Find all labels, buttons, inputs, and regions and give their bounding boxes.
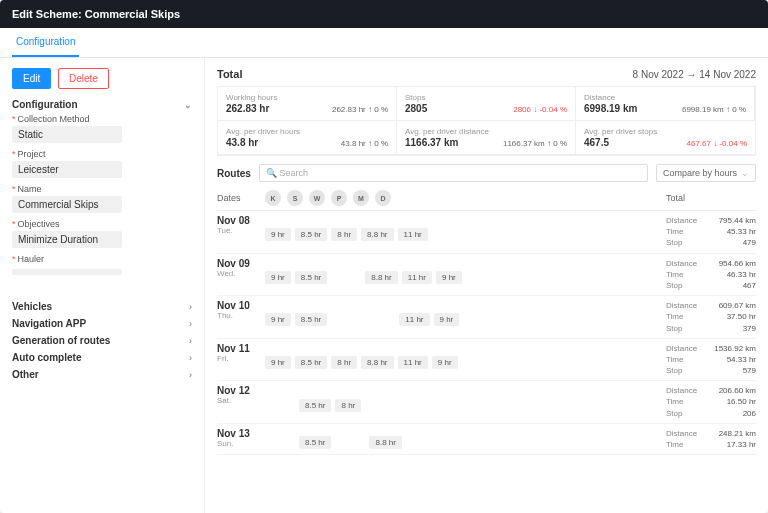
hours-chip[interactable]: 9 hr xyxy=(432,356,458,369)
hours-chip[interactable]: 8.5 hr xyxy=(299,399,331,412)
chevron-right-icon: › xyxy=(189,336,192,346)
date-value: Nov 09 xyxy=(217,258,265,269)
section-other[interactable]: Other › xyxy=(12,369,192,380)
metric-value: 2805 xyxy=(405,103,427,114)
hours-chip[interactable]: 8.5 hr xyxy=(295,313,327,326)
chevron-right-icon: › xyxy=(189,319,192,329)
table-row: Nov 13Sun.8.5 hr8.8 hr Distance248.21 km… xyxy=(217,424,756,455)
date-range: 8 Nov 2022 → 14 Nov 2022 xyxy=(633,69,756,80)
field-name: Name Commercial Skips xyxy=(12,184,192,213)
total-title: Total xyxy=(217,68,242,80)
field-objectives: Objectives Minimize Duration xyxy=(12,219,192,248)
metric-label: Avg. per driver hours xyxy=(226,127,388,136)
hours-chip[interactable]: 9 hr xyxy=(436,271,462,284)
compare-select[interactable]: Compare by hours ⌄ xyxy=(656,164,756,182)
row-totals: Distance206.60 km Time16.50 hr Stop206 xyxy=(666,385,756,419)
metric-card: Avg. per driver hours 43.8 hr 43.8 hr ↑ … xyxy=(218,121,397,155)
date-value: Nov 08 xyxy=(217,215,265,226)
day-of-week: Sat. xyxy=(217,396,265,405)
day-of-week: Sun. xyxy=(217,439,265,448)
metric-card: Working hours 262.83 hr 262.83 hr ↑ 0 % xyxy=(218,87,397,121)
day-of-week: Wed. xyxy=(217,269,265,278)
metric-card: Stops 2805 2806 ↓ -0.04 % xyxy=(397,87,576,121)
col-total: Total xyxy=(666,193,756,203)
metric-value: 467.5 xyxy=(584,137,609,148)
hours-chip[interactable]: 9 hr xyxy=(265,271,291,284)
chevron-right-icon: › xyxy=(189,370,192,380)
routes-table-header: Dates KSWPMD Total xyxy=(217,186,756,211)
table-row: Nov 08Tue.9 hr8.5 hr8 hr8.8 hr11 hr Dist… xyxy=(217,211,756,254)
driver-avatar[interactable]: D xyxy=(375,190,391,206)
hours-chip[interactable]: 8 hr xyxy=(331,356,357,369)
section-generation-of-routes[interactable]: Generation of routes › xyxy=(12,335,192,346)
day-of-week: Thu. xyxy=(217,311,265,320)
page-title: Edit Scheme: Commercial Skips xyxy=(12,8,180,20)
metric-label: Working hours xyxy=(226,93,388,102)
hours-chip[interactable]: 9 hr xyxy=(265,356,291,369)
date-value: Nov 11 xyxy=(217,343,265,354)
metric-card: Avg. per driver distance 1166.37 km 1166… xyxy=(397,121,576,155)
metric-label: Avg. per driver distance xyxy=(405,127,567,136)
hours-chip[interactable]: 11 hr xyxy=(398,356,428,369)
hours-chip[interactable]: 8.8 hr xyxy=(369,436,401,449)
hours-chip[interactable]: 9 hr xyxy=(434,313,460,326)
section-vehicles[interactable]: Vehicles › xyxy=(12,301,192,312)
row-totals: Distance248.21 km Time17.33 hr xyxy=(666,428,756,450)
metric-card: Distance 6998.19 km 6998.19 km ↑ 0 % xyxy=(576,87,755,121)
date-value: Nov 12 xyxy=(217,385,265,396)
table-row: Nov 10Thu.9 hr8.5 hr11 hr9 hr Distance60… xyxy=(217,296,756,339)
hours-chip[interactable]: 8.5 hr xyxy=(295,228,327,241)
day-of-week: Tue. xyxy=(217,226,265,235)
metric-value: 262.83 hr xyxy=(226,103,269,114)
hours-chip[interactable]: 8.5 hr xyxy=(299,436,331,449)
chevron-down-icon: ⌄ xyxy=(184,100,192,110)
hours-chip[interactable]: 8.5 hr xyxy=(295,271,327,284)
driver-avatar[interactable]: K xyxy=(265,190,281,206)
hours-chip[interactable]: 8 hr xyxy=(331,228,357,241)
field-project: Project Leicester xyxy=(12,149,192,178)
driver-avatar[interactable]: P xyxy=(331,190,347,206)
chevron-right-icon: › xyxy=(189,302,192,312)
metric-value: 43.8 hr xyxy=(226,137,258,148)
section-auto-complete[interactable]: Auto complete › xyxy=(12,352,192,363)
edit-button[interactable]: Edit xyxy=(12,68,51,89)
hours-chip[interactable]: 8.5 hr xyxy=(295,356,327,369)
metric-value: 1166.37 km xyxy=(405,137,458,148)
hours-chip[interactable]: 11 hr xyxy=(398,228,428,241)
section-configuration[interactable]: Configuration ⌄ xyxy=(12,99,192,110)
sidebar: Edit Delete Configuration ⌄ Collection M… xyxy=(0,58,205,513)
delete-button[interactable]: Delete xyxy=(58,68,109,89)
section-navigation-app[interactable]: Navigation APP › xyxy=(12,318,192,329)
driver-avatar[interactable]: W xyxy=(309,190,325,206)
chevron-right-icon: › xyxy=(189,353,192,363)
tabs-bar: Configuration xyxy=(0,28,768,58)
hours-chip[interactable]: 11 hr xyxy=(399,313,429,326)
hours-chip[interactable]: 9 hr xyxy=(265,313,291,326)
routes-table-body: Nov 08Tue.9 hr8.5 hr8 hr8.8 hr11 hr Dist… xyxy=(217,211,756,455)
row-totals: Distance609.67 km Time37.50 hr Stop379 xyxy=(666,300,756,334)
hours-chip[interactable]: 8.8 hr xyxy=(365,271,397,284)
hours-chip[interactable]: 8.8 hr xyxy=(361,356,393,369)
metric-label: Avg. per driver stops xyxy=(584,127,747,136)
field-collection-method: Collection Method Static xyxy=(12,114,192,143)
driver-avatar[interactable]: M xyxy=(353,190,369,206)
routes-label: Routes xyxy=(217,168,251,179)
row-totals: Distance795.44 km Time45.33 hr Stop479 xyxy=(666,215,756,249)
tab-configuration[interactable]: Configuration xyxy=(12,28,79,57)
table-row: Nov 11Fri.9 hr8.5 hr8 hr8.8 hr11 hr9 hr … xyxy=(217,339,756,382)
metric-trend: 2806 ↓ -0.04 % xyxy=(513,105,567,114)
hours-chip[interactable]: 9 hr xyxy=(265,228,291,241)
col-dates: Dates xyxy=(217,193,265,203)
hours-chip[interactable]: 11 hr xyxy=(402,271,432,284)
metric-card: Avg. per driver stops 467.5 467.67 ↓ -0.… xyxy=(576,121,755,155)
metric-trend: 1166.37 km ↑ 0 % xyxy=(503,139,567,148)
metrics-grid: Working hours 262.83 hr 262.83 hr ↑ 0 % … xyxy=(217,86,756,156)
driver-avatar[interactable]: S xyxy=(287,190,303,206)
metric-trend: 43.8 hr ↑ 0 % xyxy=(341,139,388,148)
hours-chip[interactable]: 8.8 hr xyxy=(361,228,393,241)
hours-chip[interactable]: 8 hr xyxy=(335,399,361,412)
table-row: Nov 12Sat.8.5 hr8 hr Distance206.60 km T… xyxy=(217,381,756,424)
metric-trend: 6998.19 km ↑ 0 % xyxy=(682,105,746,114)
search-input[interactable]: 🔍 Search xyxy=(259,164,648,182)
main-content: Total 8 Nov 2022 → 14 Nov 2022 Working h… xyxy=(205,58,768,513)
